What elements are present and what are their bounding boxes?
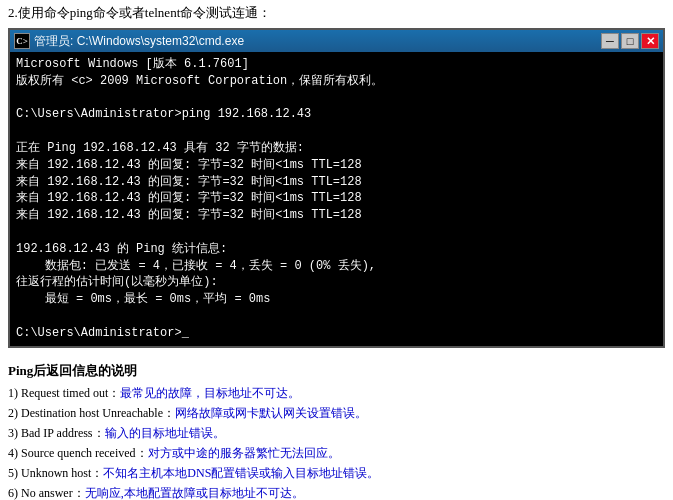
cmd-line-blank-2 [16, 123, 657, 140]
cmd-line-6: 来自 192.168.12.43 的回复: 字节=32 时间<1ms TTL=1… [16, 174, 657, 191]
minimize-button[interactable]: ─ [601, 33, 619, 49]
ping-item-2: 2) Destination host Unreachable：网络故障或网卡默… [8, 404, 665, 422]
ping-item-4-label: Source quench received： [21, 446, 148, 460]
ping-item-1-desc: 最常见的故障，目标地址不可达。 [120, 386, 300, 400]
ping-item-5-desc: 不知名主机本地DNS配置错误或输入目标地址错误。 [103, 466, 379, 480]
cmd-line-blank-4 [16, 308, 657, 325]
cmd-line-13: C:\Users\Administrator>_ [16, 325, 657, 342]
ping-item-5-num: 5) [8, 466, 21, 480]
cmd-line-9: 192.168.12.43 的 Ping 统计信息: [16, 241, 657, 258]
cmd-line-blank-1 [16, 90, 657, 107]
cmd-line-5: 来自 192.168.12.43 的回复: 字节=32 时间<1ms TTL=1… [16, 157, 657, 174]
ping-item-2-desc: 网络故障或网卡默认网关设置错误。 [175, 406, 367, 420]
ping-item-5: 5) Unknown host：不知名主机本地DNS配置错误或输入目标地址错误。 [8, 464, 665, 482]
ping-section: Ping后返回信息的说明 1) Request timed out：最常见的故障… [0, 356, 673, 500]
ping-item-4-num: 4) [8, 446, 21, 460]
cmd-titlebar-buttons: ─ □ ✕ [601, 33, 659, 49]
ping-item-5-label: Unknown host： [21, 466, 103, 480]
ping-item-4-desc: 对方或中途的服务器繁忙无法回应。 [148, 446, 340, 460]
ping-section-title: Ping后返回信息的说明 [8, 362, 665, 380]
close-button[interactable]: ✕ [641, 33, 659, 49]
cmd-line-1: Microsoft Windows [版本 6.1.7601] [16, 56, 657, 73]
ping-item-1-label: Request timed out： [21, 386, 120, 400]
cmd-titlebar-left: C> 管理员: C:\Windows\system32\cmd.exe [14, 33, 244, 50]
ping-item-4: 4) Source quench received：对方或中途的服务器繁忙无法回… [8, 444, 665, 462]
cmd-line-blank-3 [16, 224, 657, 241]
maximize-button[interactable]: □ [621, 33, 639, 49]
cmd-line-10: 数据包: 已发送 = 4，已接收 = 4，丢失 = 0 (0% 丢失), [16, 258, 657, 275]
ping-item-3-label: Bad IP address： [21, 426, 105, 440]
cmd-titlebar: C> 管理员: C:\Windows\system32\cmd.exe ─ □ … [10, 30, 663, 52]
cmd-window: C> 管理员: C:\Windows\system32\cmd.exe ─ □ … [8, 28, 665, 348]
ping-item-2-label: Destination host Unreachable： [21, 406, 175, 420]
cmd-icon-char: C> [16, 36, 28, 46]
cmd-line-11: 往返行程的估计时间(以毫秒为单位): [16, 274, 657, 291]
cmd-icon: C> [14, 33, 30, 49]
ping-item-6-label: No answer： [21, 486, 85, 500]
ping-item-6-num: 6) [8, 486, 21, 500]
ping-item-3-desc: 输入的目标地址错误。 [105, 426, 225, 440]
ping-item-6: 6) No answer：无响应,本地配置故障或目标地址不可达。 [8, 484, 665, 500]
ping-item-1: 1) Request timed out：最常见的故障，目标地址不可达。 [8, 384, 665, 402]
instruction-text: 2.使用命令ping命令或者telnent命令测试连通： [0, 0, 673, 28]
cmd-line-12: 最短 = 0ms，最长 = 0ms，平均 = 0ms [16, 291, 657, 308]
ping-item-2-num: 2) [8, 406, 21, 420]
cmd-body: Microsoft Windows [版本 6.1.7601] 版权所有 <c>… [10, 52, 663, 346]
cmd-line-3: C:\Users\Administrator>ping 192.168.12.4… [16, 106, 657, 123]
ping-item-1-num: 1) [8, 386, 21, 400]
cmd-line-2: 版权所有 <c> 2009 Microsoft Corporation，保留所有… [16, 73, 657, 90]
cmd-line-8: 来自 192.168.12.43 的回复: 字节=32 时间<1ms TTL=1… [16, 207, 657, 224]
cmd-line-7: 来自 192.168.12.43 的回复: 字节=32 时间<1ms TTL=1… [16, 190, 657, 207]
ping-item-3-num: 3) [8, 426, 21, 440]
ping-item-3: 3) Bad IP address：输入的目标地址错误。 [8, 424, 665, 442]
ping-item-6-desc: 无响应,本地配置故障或目标地址不可达。 [85, 486, 304, 500]
cmd-line-4: 正在 Ping 192.168.12.43 具有 32 字节的数据: [16, 140, 657, 157]
cmd-title-text: 管理员: C:\Windows\system32\cmd.exe [34, 33, 244, 50]
